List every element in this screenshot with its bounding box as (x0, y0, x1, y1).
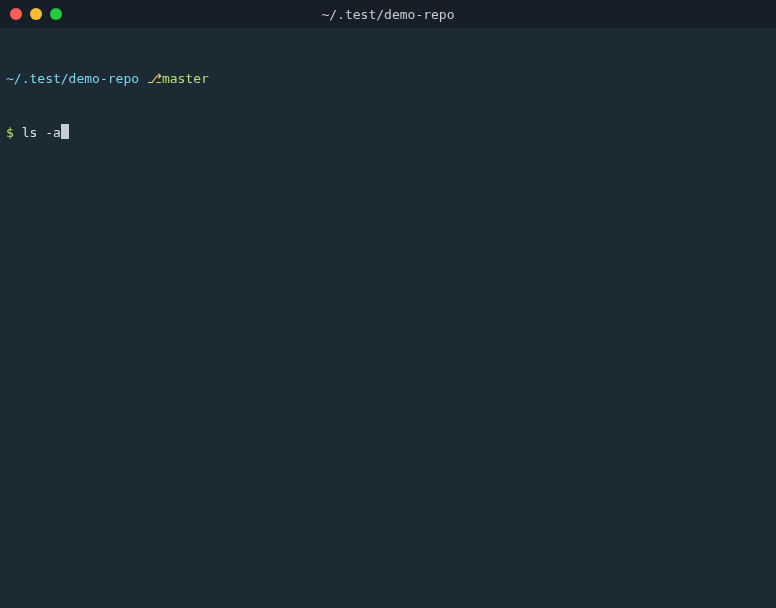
prompt-symbol: $ (6, 125, 14, 140)
terminal-body[interactable]: ~/.test/demo-repo ⎇master $ ls -a (0, 28, 776, 166)
traffic-lights (10, 8, 62, 20)
titlebar: ~/.test/demo-repo (0, 0, 776, 28)
prompt-space (14, 125, 22, 140)
prompt-line-1: ~/.test/demo-repo ⎇master (6, 70, 770, 88)
prompt-separator (139, 71, 147, 86)
cursor-icon (61, 124, 69, 139)
prompt-branch: master (162, 71, 209, 86)
prompt-line-2: $ ls -a (6, 124, 770, 142)
branch-icon: ⎇ (147, 71, 162, 86)
prompt-cwd: ~/.test/demo-repo (6, 71, 139, 86)
window-title: ~/.test/demo-repo (0, 7, 776, 22)
minimize-icon[interactable] (30, 8, 42, 20)
command-input-text[interactable]: ls -a (22, 125, 61, 140)
maximize-icon[interactable] (50, 8, 62, 20)
close-icon[interactable] (10, 8, 22, 20)
